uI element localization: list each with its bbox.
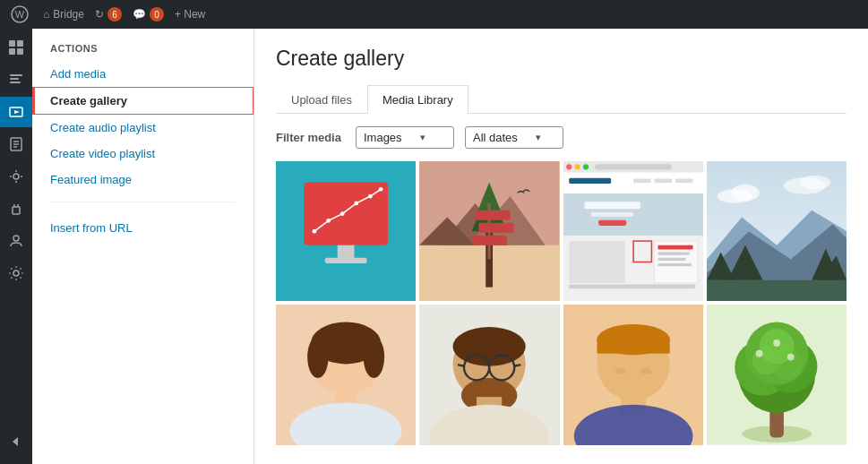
- svg-rect-3: [17, 40, 23, 47]
- svg-rect-8: [10, 82, 21, 83]
- svg-point-31: [326, 219, 331, 223]
- update-badge: 6: [107, 7, 122, 21]
- tabs-bar: Upload files Media Library: [276, 85, 847, 114]
- iconbar-users[interactable]: [0, 226, 32, 256]
- svg-rect-29: [325, 258, 367, 263]
- svg-rect-57: [654, 179, 672, 184]
- admin-bar-new[interactable]: + New: [175, 8, 205, 21]
- svg-point-23: [13, 236, 19, 241]
- admin-bar-comments[interactable]: 💬 0: [133, 7, 164, 21]
- tab-media-library[interactable]: Media Library: [367, 85, 468, 114]
- media-thumb-3[interactable]: [563, 161, 703, 301]
- svg-marker-25: [13, 437, 18, 446]
- svg-point-50: [566, 164, 572, 169]
- admin-bar-site[interactable]: ⌂ Bridge: [43, 8, 84, 21]
- svg-line-99: [458, 365, 464, 366]
- svg-rect-20: [13, 207, 20, 214]
- svg-point-87: [364, 336, 384, 378]
- svg-point-107: [614, 368, 626, 374]
- svg-rect-68: [657, 258, 685, 261]
- svg-rect-64: [569, 285, 695, 289]
- icon-bar: [0, 29, 32, 464]
- svg-rect-46: [479, 223, 514, 233]
- media-thumb-8[interactable]: [707, 305, 847, 444]
- iconbar-collapse[interactable]: [0, 426, 32, 457]
- svg-rect-60: [584, 202, 640, 209]
- media-thumb-6[interactable]: [419, 305, 559, 444]
- svg-rect-63: [569, 241, 625, 283]
- svg-rect-53: [595, 164, 672, 169]
- comment-badge: 0: [150, 7, 164, 21]
- filter-label: Filter media: [276, 131, 341, 144]
- svg-point-24: [13, 271, 19, 276]
- iconbar-media[interactable]: [0, 97, 32, 127]
- svg-rect-56: [633, 179, 651, 184]
- svg-rect-66: [657, 245, 692, 250]
- svg-point-52: [582, 164, 588, 169]
- media-thumb-4[interactable]: [707, 161, 847, 301]
- svg-point-86: [307, 336, 328, 378]
- wp-logo[interactable]: W: [7, 2, 32, 27]
- sidebar-item-add-media[interactable]: Add media: [32, 61, 254, 87]
- filter-type-value: Images: [364, 131, 402, 144]
- media-grid: [254, 161, 868, 464]
- svg-point-34: [368, 194, 373, 199]
- admin-bar: W ⌂ Bridge ↻ 6 💬 0 + New: [0, 0, 868, 29]
- svg-rect-47: [472, 236, 507, 245]
- content-area: Create gallery Upload files Media Librar…: [254, 29, 868, 464]
- svg-rect-69: [657, 263, 692, 266]
- iconbar-posts[interactable]: [0, 64, 32, 95]
- iconbar-pages[interactable]: [0, 129, 32, 159]
- svg-rect-45: [476, 211, 511, 220]
- svg-rect-6: [10, 74, 22, 76]
- filter-date-select[interactable]: All dates ▾: [465, 126, 563, 149]
- sidebar-item-insert-url[interactable]: Insert from URL: [32, 215, 254, 241]
- svg-rect-58: [675, 179, 693, 184]
- sidebar-item-create-gallery[interactable]: Create gallery: [32, 87, 254, 115]
- sidebar-item-featured-image[interactable]: Featured image: [32, 167, 254, 193]
- media-thumb-5[interactable]: [276, 305, 416, 444]
- svg-rect-62: [598, 220, 626, 226]
- main-layout: Actions Add media Create gallery Create …: [0, 29, 868, 464]
- svg-rect-55: [569, 178, 611, 184]
- sidebar-section-title: Actions: [32, 43, 254, 61]
- admin-bar-updates[interactable]: ↻ 6: [95, 7, 122, 21]
- media-thumb-1[interactable]: [276, 161, 416, 301]
- svg-point-80: [731, 185, 759, 202]
- svg-rect-61: [591, 212, 633, 217]
- svg-point-92: [453, 327, 526, 366]
- sidebar-item-create-audio-playlist[interactable]: Create audio playlist: [32, 115, 254, 141]
- svg-point-15: [13, 174, 19, 179]
- svg-point-121: [773, 339, 780, 347]
- filter-type-select[interactable]: Images ▾: [356, 126, 454, 149]
- page-title: Create gallery: [276, 47, 847, 71]
- svg-point-119: [755, 350, 762, 357]
- iconbar-settings[interactable]: [0, 258, 32, 288]
- sidebar-divider: [50, 202, 236, 202]
- svg-point-108: [640, 368, 651, 374]
- filter-date-value: All dates: [473, 131, 518, 144]
- svg-text:W: W: [15, 9, 25, 20]
- svg-rect-4: [9, 48, 15, 55]
- media-thumb-7[interactable]: [563, 305, 703, 444]
- svg-rect-28: [338, 245, 355, 260]
- iconbar-appearance[interactable]: [0, 161, 32, 192]
- svg-marker-10: [14, 110, 20, 114]
- svg-rect-67: [657, 253, 689, 255]
- svg-rect-104: [597, 339, 669, 354]
- svg-point-33: [355, 202, 359, 206]
- svg-line-100: [515, 365, 521, 366]
- sidebar-item-create-video-playlist[interactable]: Create video playlist: [32, 141, 254, 167]
- iconbar-plugins[interactable]: [0, 193, 32, 224]
- svg-point-82: [800, 176, 830, 190]
- svg-rect-74: [707, 280, 847, 301]
- svg-rect-5: [17, 48, 23, 55]
- media-thumb-2[interactable]: [419, 161, 559, 301]
- svg-rect-27: [304, 182, 388, 245]
- iconbar-dashboard[interactable]: [0, 32, 32, 63]
- svg-point-30: [313, 229, 317, 234]
- svg-point-32: [340, 211, 345, 216]
- filter-type-chevron: ▾: [420, 132, 425, 143]
- svg-rect-2: [9, 40, 15, 47]
- tab-upload-files[interactable]: Upload files: [276, 85, 367, 114]
